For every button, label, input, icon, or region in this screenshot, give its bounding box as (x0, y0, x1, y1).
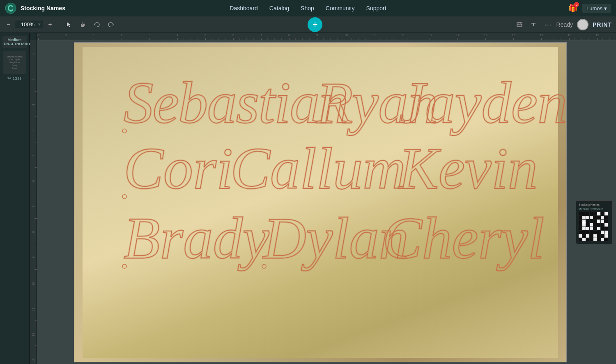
toolbar: − ▾ + + (0, 16, 616, 33)
ready-label: Ready (556, 21, 573, 28)
svg-point-2 (518, 23, 519, 24)
chevron-down-icon: ▾ (604, 5, 607, 11)
redo-button[interactable] (105, 20, 117, 30)
qr-code (579, 212, 610, 241)
gift-badge: 2 (574, 2, 579, 7)
zoom-control: ▾ (15, 21, 43, 28)
print-button[interactable]: PRINT (593, 21, 612, 28)
toolbar-separator-1 (59, 20, 59, 30)
names-design[interactable]: .name-text { font-family: 'Brush Script … (115, 49, 600, 316)
ruler-horizontal: -101234567891011121314151617181920 (37, 33, 616, 40)
app-title: Stocking Names (21, 5, 65, 11)
ruler-top: -101234567891011121314151617181920 (30, 33, 616, 40)
user-label: Lumos (586, 5, 602, 11)
canvas[interactable]: .name-text { font-family: 'Brush Script … (37, 40, 616, 364)
nav-catalog[interactable]: Catalog (269, 5, 289, 11)
gift-icon[interactable]: 🎁 2 (568, 4, 577, 13)
svg-text:Jayden: Jayden (399, 70, 568, 135)
svg-text:Callum: Callum (230, 135, 406, 201)
cutting-mat: .name-text { font-family: 'Brush Script … (74, 42, 567, 362)
nav-right: 🎁 2 Lumos ▾ (568, 4, 611, 13)
cut-label[interactable]: CUT (7, 76, 22, 81)
more-options-button[interactable]: ⋯ (542, 18, 554, 31)
pan-tool-button[interactable] (77, 20, 89, 30)
nav-support[interactable]: Support (366, 5, 386, 11)
svg-text:Cori: Cori (124, 135, 233, 201)
zoom-in-button[interactable]: + (46, 19, 54, 30)
left-panel: Medium DRAFTBOARD Sebastian CollinsCori … (0, 33, 30, 364)
cursor-tool-button[interactable] (63, 20, 75, 30)
preview-mat: Medium Draftboard (579, 208, 610, 211)
image-tool-button[interactable] (514, 20, 525, 30)
user-menu-button[interactable]: Lumos ▾ (582, 4, 611, 13)
svg-point-0 (5, 3, 16, 14)
add-element-button[interactable]: + (308, 17, 322, 32)
toolbar-right: Ready PRINT (556, 19, 612, 30)
preview-title: Stocking Names (579, 203, 610, 206)
zoom-input[interactable] (18, 21, 37, 27)
nav-shop[interactable]: Shop (301, 5, 314, 11)
ready-indicator (577, 19, 588, 30)
svg-text:Brady: Brady (124, 205, 269, 271)
app-logo (5, 2, 16, 14)
zoom-out-button[interactable]: − (4, 19, 13, 30)
thumbnail-preview: Sebastian CollinsCori RyanCheryl NovaBra… (7, 55, 23, 70)
material-info: Medium DRAFTBOARD (2, 36, 27, 48)
add-button-container: + (119, 17, 511, 32)
ruler-vertical: 12345678910111213 (30, 40, 37, 364)
canvas-area: -101234567891011121314151617181920 12345… (30, 33, 616, 364)
svg-text:Cheryl: Cheryl (382, 205, 545, 271)
undo-button[interactable] (91, 20, 103, 30)
material-label-draftboard: DRAFTBOARD (4, 42, 25, 46)
top-navigation: Stocking Names Dashboard Catalog Shop Co… (0, 0, 616, 16)
material-label-medium: Medium (4, 38, 25, 42)
design-thumbnail[interactable]: Sebastian CollinsCori RyanCheryl NovaBra… (3, 51, 26, 74)
main-nav: Dashboard Catalog Shop Community Support (230, 5, 386, 11)
preview-panel: Stocking Names Medium Draftboard (576, 200, 613, 244)
svg-text:Kevin: Kevin (398, 135, 538, 201)
text-tool-button[interactable] (528, 20, 539, 30)
main-area: Medium DRAFTBOARD Sebastian CollinsCori … (0, 33, 616, 364)
zoom-dropdown-icon[interactable]: ▾ (38, 22, 41, 27)
nav-dashboard[interactable]: Dashboard (230, 5, 258, 11)
svg-text:Sebastian: Sebastian (124, 70, 348, 135)
ruler-corner (30, 33, 37, 40)
nav-community[interactable]: Community (326, 5, 355, 11)
